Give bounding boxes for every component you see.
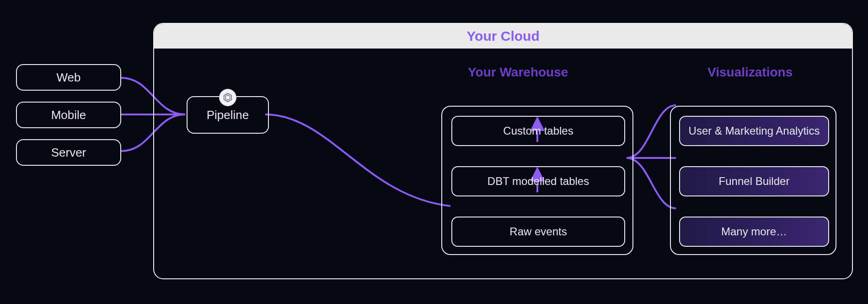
viz-item-analytics: User & Marketing Analytics (679, 116, 829, 146)
cloud-container: Your Cloud Pipeline Your Warehouse Custo… (153, 23, 853, 279)
source-mobile-label: Mobile (51, 108, 86, 122)
pipeline-label: Pipeline (207, 108, 249, 122)
warehouse-custom-tables: Custom tables (451, 116, 625, 146)
pipeline-hex-icon (219, 89, 236, 106)
visualizations-section-title: Visualizations (707, 65, 793, 80)
svg-marker-2 (224, 93, 232, 102)
viz-item-more: Many more… (679, 217, 829, 247)
custom-tables-label: Custom tables (503, 125, 573, 137)
source-server-label: Server (51, 146, 86, 160)
source-node-mobile: Mobile (16, 102, 121, 128)
cloud-header: Your Cloud (154, 24, 852, 49)
dbt-tables-label: DBT modelled tables (488, 175, 589, 188)
raw-events-label: Raw events (509, 225, 567, 238)
pipeline-node: Pipeline (187, 96, 269, 134)
warehouse-dbt-tables: DBT modelled tables (451, 166, 625, 196)
source-web-label: Web (57, 71, 81, 85)
viz-item-funnel: Funnel Builder (679, 166, 829, 196)
visualizations-container: User & Marketing Analytics Funnel Builde… (670, 106, 836, 255)
source-node-web: Web (16, 64, 121, 91)
viz-more-label: Many more… (721, 225, 787, 238)
diagram-stage: Web Mobile Server Your Cloud Pipeline Yo… (0, 0, 868, 304)
viz-funnel-label: Funnel Builder (719, 175, 790, 188)
source-node-server: Server (16, 139, 121, 166)
warehouse-section-title: Your Warehouse (468, 65, 568, 80)
cloud-title: Your Cloud (466, 28, 539, 44)
warehouse-raw-events: Raw events (451, 217, 625, 247)
viz-analytics-label: User & Marketing Analytics (689, 125, 820, 137)
warehouse-container: Custom tables DBT modelled tables Raw ev… (441, 106, 633, 255)
svg-marker-3 (225, 95, 230, 100)
